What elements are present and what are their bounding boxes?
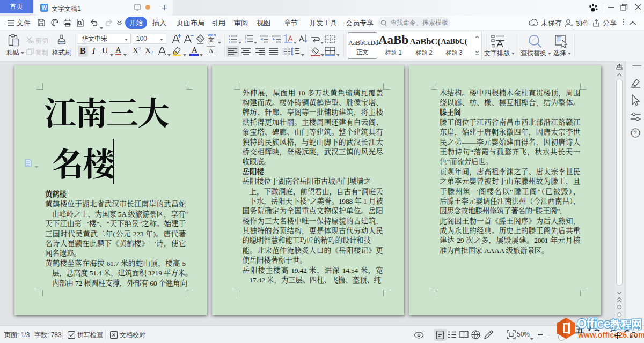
svg-text:?: ? xyxy=(634,130,637,136)
svg-text:Office教程网: Office教程网 xyxy=(577,317,642,331)
svg-text:3: 3 xyxy=(245,40,246,43)
